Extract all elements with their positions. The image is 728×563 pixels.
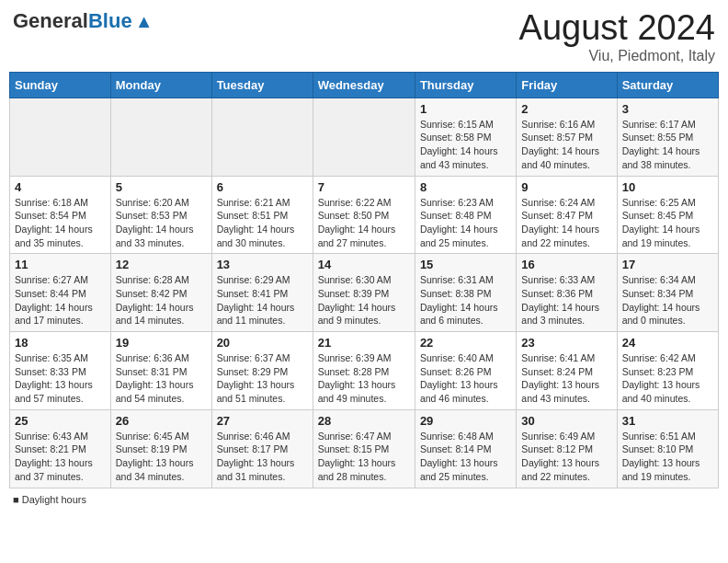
day-info: Sunrise: 6:31 AMSunset: 8:38 PMDaylight:…	[420, 273, 511, 327]
day-number: 26	[116, 414, 207, 428]
weekday-header-row: SundayMondayTuesdayWednesdayThursdayFrid…	[10, 72, 719, 98]
day-info: Sunrise: 6:42 AMSunset: 8:23 PMDaylight:…	[622, 351, 713, 406]
day-info: Sunrise: 6:30 AMSunset: 8:39 PMDaylight:…	[318, 273, 410, 327]
calendar-cell	[10, 98, 111, 176]
calendar-cell: 28Sunrise: 6:47 AMSunset: 8:15 PMDayligh…	[313, 409, 415, 488]
calendar-cell	[313, 98, 415, 176]
day-info: Sunrise: 6:41 AMSunset: 8:24 PMDaylight:…	[521, 351, 611, 406]
day-info: Sunrise: 6:28 AMSunset: 8:42 PMDaylight:…	[116, 273, 207, 327]
day-number: 15	[420, 258, 511, 271]
week-row-3: 11Sunrise: 6:27 AMSunset: 8:44 PMDayligh…	[10, 254, 719, 332]
day-number: 11	[15, 258, 106, 271]
day-info: Sunrise: 6:48 AMSunset: 8:14 PMDaylight:…	[420, 430, 511, 484]
day-info: Sunrise: 6:47 AMSunset: 8:15 PMDaylight:…	[318, 430, 410, 484]
day-number: 23	[521, 336, 611, 350]
day-number: 21	[318, 336, 410, 350]
day-number: 4	[15, 180, 106, 194]
calendar-cell: 22Sunrise: 6:40 AMSunset: 8:26 PMDayligh…	[415, 332, 516, 410]
day-info: Sunrise: 6:22 AMSunset: 8:50 PMDaylight:…	[318, 196, 410, 250]
logo-text: GeneralBlue	[13, 9, 132, 33]
title-block: August 2024 Viu, Piedmont, Italy	[519, 9, 715, 64]
day-number: 3	[622, 102, 713, 116]
calendar-cell: 27Sunrise: 6:46 AMSunset: 8:17 PMDayligh…	[211, 409, 313, 488]
day-info: Sunrise: 6:16 AMSunset: 8:57 PMDaylight:…	[521, 118, 611, 172]
day-number: 16	[521, 258, 611, 271]
calendar-cell: 8Sunrise: 6:23 AMSunset: 8:48 PMDaylight…	[415, 176, 516, 254]
calendar-cell: 30Sunrise: 6:49 AMSunset: 8:12 PMDayligh…	[517, 409, 617, 488]
weekday-header-sunday: Sunday	[10, 72, 111, 98]
week-row-5: 25Sunrise: 6:43 AMSunset: 8:21 PMDayligh…	[10, 409, 719, 488]
calendar-cell: 3Sunrise: 6:17 AMSunset: 8:55 PMDaylight…	[617, 98, 718, 176]
day-number: 18	[15, 336, 106, 350]
day-number: 29	[420, 414, 511, 428]
weekday-header-saturday: Saturday	[617, 72, 718, 98]
day-number: 30	[521, 414, 611, 428]
calendar-cell: 13Sunrise: 6:29 AMSunset: 8:41 PMDayligh…	[211, 254, 313, 332]
page-header: GeneralBlue ▲ August 2024 Viu, Piedmont,…	[9, 9, 719, 64]
logo: GeneralBlue ▲	[13, 9, 153, 33]
calendar-cell: 5Sunrise: 6:20 AMSunset: 8:53 PMDaylight…	[110, 176, 211, 254]
day-info: Sunrise: 6:39 AMSunset: 8:28 PMDaylight:…	[318, 351, 410, 406]
calendar-cell: 17Sunrise: 6:34 AMSunset: 8:34 PMDayligh…	[617, 254, 718, 332]
day-info: Sunrise: 6:15 AMSunset: 8:58 PMDaylight:…	[420, 118, 511, 172]
calendar-cell: 25Sunrise: 6:43 AMSunset: 8:21 PMDayligh…	[10, 409, 111, 488]
day-number: 28	[318, 414, 410, 428]
day-number: 2	[521, 102, 611, 116]
calendar-cell	[110, 98, 211, 176]
day-info: Sunrise: 6:35 AMSunset: 8:33 PMDaylight:…	[15, 351, 106, 406]
calendar-cell: 21Sunrise: 6:39 AMSunset: 8:28 PMDayligh…	[313, 332, 415, 410]
calendar-cell: 1Sunrise: 6:15 AMSunset: 8:58 PMDaylight…	[415, 98, 516, 176]
day-info: Sunrise: 6:37 AMSunset: 8:29 PMDaylight:…	[217, 351, 308, 406]
day-info: Sunrise: 6:24 AMSunset: 8:47 PMDaylight:…	[521, 196, 611, 250]
week-row-1: 1Sunrise: 6:15 AMSunset: 8:58 PMDaylight…	[10, 98, 719, 176]
calendar-cell: 24Sunrise: 6:42 AMSunset: 8:23 PMDayligh…	[617, 332, 718, 410]
weekday-header-thursday: Thursday	[415, 72, 516, 98]
weekday-header-tuesday: Tuesday	[211, 72, 313, 98]
day-number: 13	[217, 258, 308, 271]
calendar-body: 1Sunrise: 6:15 AMSunset: 8:58 PMDaylight…	[10, 98, 719, 488]
weekday-header-wednesday: Wednesday	[313, 72, 415, 98]
day-info: Sunrise: 6:17 AMSunset: 8:55 PMDaylight:…	[622, 118, 713, 172]
day-number: 14	[318, 258, 410, 271]
day-info: Sunrise: 6:18 AMSunset: 8:54 PMDaylight:…	[15, 196, 106, 250]
day-info: Sunrise: 6:34 AMSunset: 8:34 PMDaylight:…	[622, 273, 713, 327]
day-info: Sunrise: 6:43 AMSunset: 8:21 PMDaylight:…	[15, 430, 106, 484]
day-number: 10	[622, 180, 713, 194]
day-number: 17	[622, 258, 713, 271]
day-number: 5	[116, 180, 207, 194]
calendar-cell: 31Sunrise: 6:51 AMSunset: 8:10 PMDayligh…	[617, 409, 718, 488]
logo-bird-icon: ▲	[135, 11, 154, 32]
calendar-cell: 16Sunrise: 6:33 AMSunset: 8:36 PMDayligh…	[517, 254, 617, 332]
day-number: 9	[521, 180, 611, 194]
calendar-cell: 14Sunrise: 6:30 AMSunset: 8:39 PMDayligh…	[313, 254, 415, 332]
day-number: 20	[217, 336, 308, 350]
calendar-cell: 9Sunrise: 6:24 AMSunset: 8:47 PMDaylight…	[517, 176, 617, 254]
week-row-4: 18Sunrise: 6:35 AMSunset: 8:33 PMDayligh…	[10, 332, 719, 410]
day-number: 24	[622, 336, 713, 350]
day-number: 22	[420, 336, 511, 350]
day-info: Sunrise: 6:21 AMSunset: 8:51 PMDaylight:…	[217, 196, 308, 250]
day-info: Sunrise: 6:29 AMSunset: 8:41 PMDaylight:…	[217, 273, 308, 327]
day-info: Sunrise: 6:33 AMSunset: 8:36 PMDaylight:…	[521, 273, 611, 327]
day-info: Sunrise: 6:51 AMSunset: 8:10 PMDaylight:…	[622, 430, 713, 484]
day-number: 1	[420, 102, 511, 116]
calendar-cell: 15Sunrise: 6:31 AMSunset: 8:38 PMDayligh…	[415, 254, 516, 332]
calendar-header: SundayMondayTuesdayWednesdayThursdayFrid…	[10, 72, 719, 98]
calendar-cell: 4Sunrise: 6:18 AMSunset: 8:54 PMDaylight…	[10, 176, 111, 254]
calendar-cell: 6Sunrise: 6:21 AMSunset: 8:51 PMDaylight…	[211, 176, 313, 254]
day-info: Sunrise: 6:45 AMSunset: 8:19 PMDaylight:…	[116, 430, 207, 484]
day-number: 6	[217, 180, 308, 194]
week-row-2: 4Sunrise: 6:18 AMSunset: 8:54 PMDaylight…	[10, 176, 719, 254]
calendar-cell: 20Sunrise: 6:37 AMSunset: 8:29 PMDayligh…	[211, 332, 313, 410]
calendar-cell: 23Sunrise: 6:41 AMSunset: 8:24 PMDayligh…	[517, 332, 617, 410]
day-info: Sunrise: 6:46 AMSunset: 8:17 PMDaylight:…	[217, 430, 308, 484]
day-info: Sunrise: 6:25 AMSunset: 8:45 PMDaylight:…	[622, 196, 713, 250]
day-info: Sunrise: 6:23 AMSunset: 8:48 PMDaylight:…	[420, 196, 511, 250]
month-year-title: August 2024	[519, 9, 715, 48]
day-info: Sunrise: 6:40 AMSunset: 8:26 PMDaylight:…	[420, 351, 511, 406]
day-info: Sunrise: 6:27 AMSunset: 8:44 PMDaylight:…	[15, 273, 106, 327]
day-number: 7	[318, 180, 410, 194]
legend: ■ Daylight hours	[9, 494, 719, 505]
day-number: 19	[116, 336, 207, 350]
calendar-cell: 18Sunrise: 6:35 AMSunset: 8:33 PMDayligh…	[10, 332, 111, 410]
